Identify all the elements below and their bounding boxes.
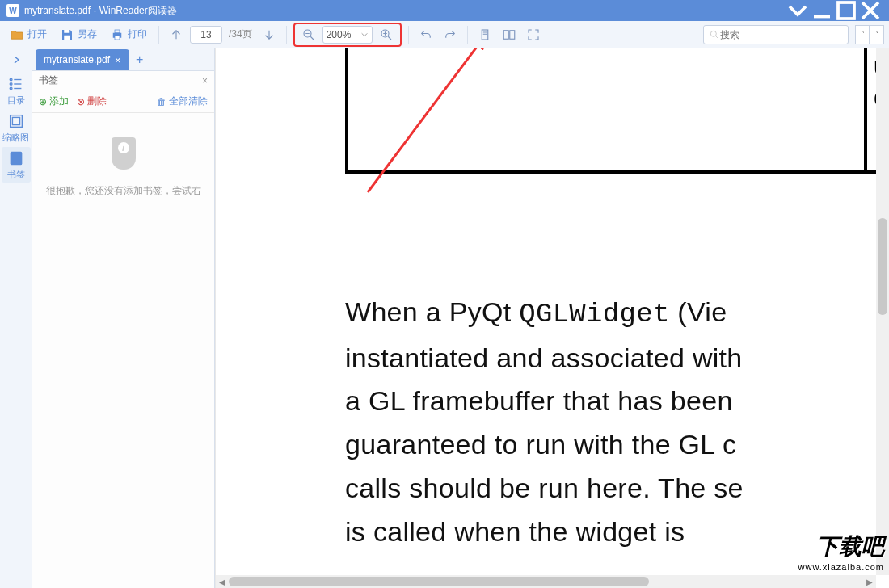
panel-header: 书签 × xyxy=(32,71,214,90)
zoom-group-highlight: 200% xyxy=(293,23,402,47)
page-input[interactable] xyxy=(190,26,222,44)
redo-button[interactable] xyxy=(440,24,461,45)
vscroll-thumb[interactable] xyxy=(878,218,887,315)
search-box[interactable] xyxy=(703,25,849,44)
left-rail: 目录 缩略图 书签 xyxy=(0,48,32,588)
rail-toc[interactable]: 目录 xyxy=(2,73,31,108)
zoom-select[interactable]: 200% xyxy=(322,26,373,44)
svg-rect-10 xyxy=(509,30,514,39)
save-button[interactable]: 另存 xyxy=(55,24,102,45)
svg-rect-0 xyxy=(838,2,854,19)
document-viewport[interactable]: UI4.Tab Or: ViewerA When a PyQt QGLWidge… xyxy=(215,48,889,588)
print-label: 打印 xyxy=(128,27,147,41)
hscroll-thumb[interactable] xyxy=(229,577,649,586)
next-page-button[interactable] xyxy=(259,24,280,45)
svg-rect-1 xyxy=(64,30,69,33)
hscroll-left-arrow[interactable]: ◀ xyxy=(216,575,229,588)
page-total: /34页 xyxy=(225,27,255,41)
doc-body-text: When a PyQt QGLWidget (Vieinstantiated a… xyxy=(345,291,876,553)
svg-rect-9 xyxy=(503,30,508,39)
bookmark-empty-icon xyxy=(112,137,136,170)
plus-icon: ⊕ xyxy=(39,96,47,107)
svg-rect-4 xyxy=(115,30,120,33)
svg-point-13 xyxy=(10,82,12,85)
app-icon: W xyxy=(6,4,19,17)
watermark-small: www.xiazaiba.com xyxy=(798,562,884,572)
panel-title: 书签 xyxy=(39,74,58,87)
close-button[interactable] xyxy=(858,0,883,21)
svg-rect-17 xyxy=(10,151,22,165)
delete-icon: ⊗ xyxy=(77,96,85,107)
rail-thumb-label: 缩略图 xyxy=(2,132,29,144)
svg-rect-8 xyxy=(482,30,488,40)
panel-actions: ⊕添加 ⊗删除 🗑全部清除 xyxy=(32,90,214,113)
tab-label: mytranslate.pdf xyxy=(44,54,110,65)
doc-table-fragment: UI4.Tab Or: ViewerA xyxy=(345,48,876,174)
zoom-out-button[interactable] xyxy=(298,24,319,45)
open-label: 打开 xyxy=(27,27,47,41)
search-nav: ˄ ˅ xyxy=(855,25,884,44)
search-icon xyxy=(709,29,720,40)
search-input[interactable] xyxy=(720,29,843,40)
document-tab[interactable]: mytranslate.pdf × xyxy=(36,49,129,70)
doc-table-right-cell: UI4.Tab Or: ViewerA xyxy=(867,48,876,170)
minimize-button[interactable] xyxy=(810,0,834,21)
fullscreen-icon[interactable] xyxy=(523,24,544,45)
side-panel: mytranslate.pdf × + 书签 × ⊕添加 ⊗删除 🗑全部清除 很… xyxy=(32,48,215,588)
trash-icon: 🗑 xyxy=(157,96,166,107)
svg-rect-2 xyxy=(64,35,70,39)
svg-rect-16 xyxy=(12,117,19,124)
hscroll-right-arrow[interactable]: ▶ xyxy=(863,575,876,588)
tab-close-icon[interactable]: × xyxy=(115,54,121,66)
print-button[interactable]: 打印 xyxy=(105,24,152,45)
watermark-big: 下载吧 xyxy=(798,531,884,562)
rail-thumbnails[interactable]: 缩略图 xyxy=(2,110,31,145)
bookmark-clear-button[interactable]: 🗑全部清除 xyxy=(157,94,208,108)
tab-strip: mytranslate.pdf × + xyxy=(32,48,214,71)
dropdown-button[interactable] xyxy=(786,0,810,21)
double-page-icon[interactable] xyxy=(499,24,520,45)
open-button[interactable]: 打开 xyxy=(5,24,52,45)
undo-button[interactable] xyxy=(415,24,436,45)
svg-rect-5 xyxy=(115,36,120,40)
zoom-in-button[interactable] xyxy=(376,24,397,45)
panel-close-icon[interactable]: × xyxy=(202,75,208,86)
new-tab-button[interactable]: + xyxy=(129,49,150,70)
window-title: mytranslate.pdf - WinReader阅读器 xyxy=(24,4,177,18)
toolbar: 打开 另存 打印 /34页 200% ˄ ˅ xyxy=(0,21,889,48)
rail-bookmark-label: 书签 xyxy=(7,169,25,181)
rail-toc-label: 目录 xyxy=(7,94,25,107)
vertical-scrollbar[interactable] xyxy=(876,48,889,575)
zoom-value: 200% xyxy=(327,29,352,40)
svg-point-14 xyxy=(10,87,12,90)
search-next[interactable]: ˅ xyxy=(870,25,884,44)
save-label: 另存 xyxy=(78,27,97,41)
rail-toggle[interactable] xyxy=(5,52,27,68)
maximize-button[interactable] xyxy=(834,0,858,21)
rail-bookmarks[interactable]: 书签 xyxy=(2,147,31,183)
watermark: 下载吧 www.xiazaiba.com xyxy=(798,531,884,572)
bookmark-delete-button[interactable]: ⊗删除 xyxy=(77,94,107,108)
search-prev[interactable]: ˄ xyxy=(855,25,870,44)
single-page-icon[interactable] xyxy=(474,24,495,45)
bookmark-add-button[interactable]: ⊕添加 xyxy=(39,94,69,108)
titlebar: W mytranslate.pdf - WinReader阅读器 xyxy=(0,0,889,21)
bookmark-empty-state: 很抱歉，您还没有添加书签，尝试右 xyxy=(32,113,214,588)
prev-page-button[interactable] xyxy=(166,24,187,45)
bookmark-empty-text: 很抱歉，您还没有添加书签，尝试右 xyxy=(46,184,201,198)
horizontal-scrollbar[interactable]: ◀ ▶ xyxy=(216,575,876,588)
svg-point-12 xyxy=(10,78,12,81)
document-page: UI4.Tab Or: ViewerA When a PyQt QGLWidge… xyxy=(216,48,876,575)
svg-point-11 xyxy=(710,31,716,36)
